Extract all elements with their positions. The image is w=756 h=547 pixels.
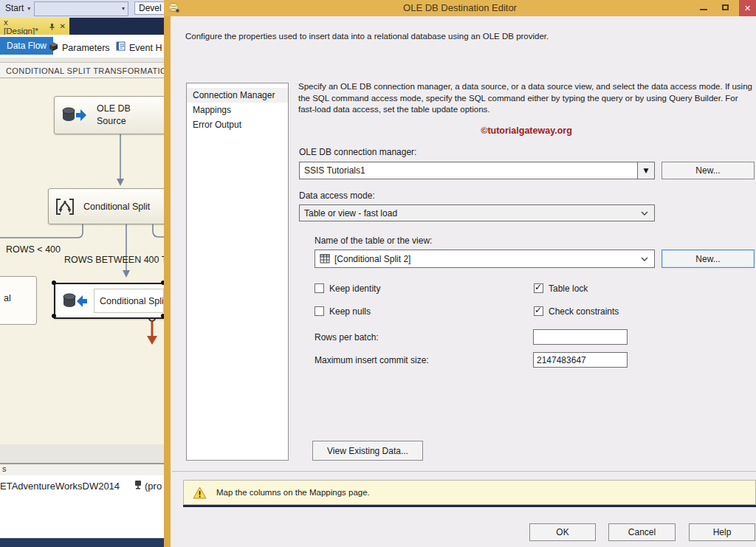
conditional-split-icon — [55, 198, 75, 216]
tab-event-handlers[interactable]: Event H — [129, 43, 162, 53]
table-icon — [320, 254, 330, 264]
rows-per-batch-label: Rows per batch: — [315, 332, 379, 343]
nav-item-connection-manager[interactable]: Connection Manager — [187, 88, 288, 103]
connection-manager-item[interactable]: ETAdventureWorksDW2014 — [0, 481, 120, 492]
close-icon[interactable]: ✕ — [60, 22, 66, 30]
minimize-button[interactable] — [695, 0, 712, 16]
document-tab-label: x [Design]* — [4, 18, 44, 35]
keep-identity-label[interactable]: Keep identity — [329, 283, 380, 294]
table-name-combo[interactable]: [Conditional Split 2] — [315, 250, 655, 268]
selection-handle[interactable] — [52, 281, 56, 285]
chevron-down-icon: ▾ — [122, 5, 125, 12]
flow-box-partial[interactable]: al — [0, 276, 37, 325]
start-button[interactable]: Start ▾ — [5, 3, 30, 13]
table-name-label: Name of the table or the view: — [315, 235, 432, 246]
connection-manager-label: OLE DB connection manager: — [299, 147, 416, 157]
tab-parameters[interactable]: Parameters — [62, 43, 110, 53]
dialog-nav-list: Connection Manager Mappings Error Output — [186, 83, 289, 461]
chevron-down-icon: ▾ — [27, 5, 30, 12]
combo-value: SSIS Tutorials1 — [300, 165, 637, 176]
new-connection-button[interactable]: New... — [662, 162, 755, 179]
keep-identity-checkbox[interactable] — [315, 283, 324, 293]
document-tab-design[interactable]: x [Design]* ✕ — [0, 18, 69, 35]
new-table-button[interactable]: New... — [662, 250, 755, 268]
close-button[interactable]: ✕ — [739, 0, 756, 16]
dropdown-button[interactable]: ▼ — [637, 162, 654, 179]
connection-manager-item-suffix: (pro — [145, 481, 162, 492]
view-existing-data-button[interactable]: View Existing Data... — [312, 441, 423, 461]
chevron-down-icon — [641, 257, 648, 261]
flow-box-ole-db-destination[interactable]: Conditional Spli — [54, 283, 168, 319]
check-constraints-label[interactable]: Check constraints — [549, 306, 619, 317]
event-handlers-icon — [116, 41, 126, 51]
table-lock-checkbox[interactable] — [534, 283, 543, 293]
keep-nulls-label[interactable]: Keep nulls — [329, 306, 371, 317]
toolbar-configuration-combo[interactable]: Devel — [134, 1, 167, 15]
dropdown-arrow-icon: ▼ — [644, 167, 649, 174]
keep-nulls-checkbox[interactable] — [315, 306, 324, 316]
edge-label: ROWS < 400 — [6, 244, 61, 255]
flow-box-label: Conditional Spli — [100, 296, 164, 306]
nav-item-mappings[interactable]: Mappings — [187, 103, 288, 117]
combo-value: Table or view - fast load — [300, 208, 641, 219]
tab-data-flow[interactable]: Data Flow — [0, 37, 53, 55]
flow-box-ole-db-source[interactable]: OLE DB Source — [54, 96, 171, 134]
window-border — [164, 16, 171, 547]
data-access-mode-label: Data access mode: — [299, 190, 375, 201]
close-icon: ✕ — [744, 4, 751, 13]
db-source-icon — [61, 106, 88, 124]
dialog-titlebar[interactable]: OLE DB Destination Editor ✕ — [164, 0, 756, 16]
toolbar-combo[interactable]: ▾ — [34, 1, 128, 16]
max-insert-commit-input[interactable] — [533, 352, 628, 368]
warning-bar: Map the columns on the Mappings page. — [183, 480, 756, 505]
table-lock-label[interactable]: Table lock — [549, 283, 588, 294]
dialog-description: Specify an OLE DB connection manager, a … — [298, 81, 755, 116]
nav-item-error-output[interactable]: Error Output — [187, 117, 288, 132]
flow-box-label: al — [4, 293, 11, 303]
rows-per-batch-input[interactable] — [533, 329, 628, 345]
divider — [172, 471, 756, 472]
pin-icon[interactable] — [49, 23, 55, 30]
ok-button[interactable]: OK — [529, 523, 596, 541]
data-access-mode-combo[interactable]: Table or view - fast load — [299, 204, 655, 221]
selection-handle[interactable] — [52, 314, 56, 318]
check-constraints-checkbox[interactable] — [534, 306, 543, 316]
warning-text: Map the columns on the Mappings page. — [216, 488, 370, 497]
flow-box-label: OLE DB Source — [97, 103, 145, 128]
warning-underline — [183, 505, 756, 507]
parameters-icon — [49, 41, 58, 51]
help-button[interactable]: Help — [689, 523, 755, 541]
dialog-subtitle: Configure the properties used to insert … — [185, 32, 549, 41]
connection-manager-combo[interactable]: SSIS Tutorials1 ▼ — [299, 162, 655, 179]
combo-value: [Conditional Split 2] — [330, 254, 641, 264]
chevron-down-icon — [641, 211, 648, 216]
db-destination-icon — [62, 292, 89, 310]
maximize-button[interactable] — [717, 0, 735, 16]
warning-icon — [193, 486, 207, 499]
screen: Start ▾ ▾ Devel x [Design]* ✕ Data Flow … — [0, 0, 756, 547]
dialog-title: OLE DB Destination Editor — [164, 0, 756, 16]
start-label: Start — [5, 3, 24, 13]
flow-box-label-panel: Conditional Spli — [94, 289, 164, 313]
server-icon — [134, 480, 142, 490]
max-insert-commit-label: Maximum insert commit size: — [315, 355, 429, 365]
ole-db-destination-editor-dialog: OLE DB Destination Editor ✕ Configure th… — [164, 0, 756, 547]
watermark: ©tutorialgateway.org — [298, 125, 755, 136]
cancel-button[interactable]: Cancel — [608, 523, 676, 541]
flow-box-label: Conditional Split — [83, 202, 150, 212]
flow-box-conditional-split[interactable]: Conditional Split — [48, 188, 166, 224]
